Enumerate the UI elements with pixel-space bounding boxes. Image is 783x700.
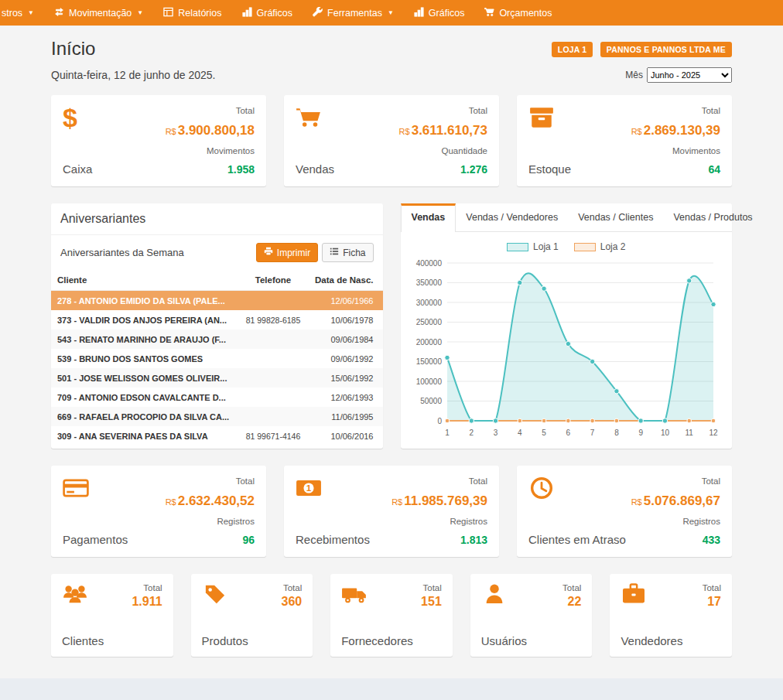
caret-down-icon: ▼ — [137, 9, 143, 16]
table-row[interactable]: 309 - ANA SEVERINA PAES DA SILVA 81 9967… — [51, 426, 383, 446]
phone-cell — [239, 349, 307, 368]
column-header-data: Data de Nasc. — [307, 270, 382, 291]
phone-cell — [239, 330, 307, 349]
card-title: Fornecedores — [341, 634, 442, 647]
total-value: 22 — [562, 595, 581, 609]
tab-vendas-vendedores[interactable]: Vendas / Vendedores — [456, 203, 568, 231]
total-label: Total — [392, 476, 487, 486]
secondary-value: 1.813 — [392, 534, 487, 546]
total-value: R$3.611.610,73 — [399, 123, 487, 138]
phone-cell — [239, 368, 307, 388]
nav-item-orcamentos[interactable]: Orçamentos — [474, 0, 562, 26]
total-value: R$2.869.130,39 — [631, 123, 720, 138]
total-value: 17 — [703, 595, 721, 609]
secondary-label: Registros — [392, 517, 487, 526]
nav-label: stros — [2, 8, 22, 19]
svg-text:4: 4 — [518, 429, 522, 437]
nav-item-movimentacao[interactable]: Movimentação ▼ — [44, 0, 153, 26]
fornecedores-card: Total 151 Fornecedores — [330, 574, 453, 657]
client-cell: 709 - ANTONIO EDSON CAVALCANTE D... — [51, 388, 239, 407]
exchange-icon — [54, 7, 64, 19]
secondary-label: Registros — [166, 517, 255, 526]
svg-text:7: 7 — [590, 429, 594, 437]
company-badge: PANNOS E PANNOS LTDA ME — [600, 42, 732, 57]
nav-label: Ferramentas — [327, 8, 382, 19]
nav-item-relatorios[interactable]: Relatórios — [153, 0, 231, 26]
card-title: Clientes — [62, 634, 162, 647]
tag-icon — [202, 583, 228, 609]
vendas-card: Vendas Total R$3.611.610,73 Quantidade 1… — [284, 95, 499, 186]
table-row[interactable]: 543 - RENATO MARINHO DE ARAUJO (F... 09/… — [51, 330, 383, 349]
birthdays-subtitle: Aniversariantes da Semana — [60, 247, 184, 258]
phone-cell: 81 99671-4146 — [239, 426, 307, 446]
nav-label: Gráficos — [257, 8, 293, 19]
report-icon — [163, 7, 173, 19]
secondary-label: Movimentos — [166, 146, 255, 155]
print-button[interactable]: Imprimir — [256, 243, 318, 262]
legend-swatch-loja1 — [507, 243, 528, 251]
bar-chart-icon — [242, 7, 252, 19]
content-wrapper: Início LOJA 1 PANNOS E PANNOS LTDA ME Qu… — [0, 26, 783, 678]
total-label: Total — [631, 106, 720, 115]
current-date: Quinta-feira, 12 de junho de 2025. — [51, 69, 216, 81]
svg-text:10: 10 — [660, 429, 669, 437]
store-badges: LOJA 1 PANNOS E PANNOS LTDA ME — [548, 42, 732, 56]
secondary-value: 433 — [631, 534, 720, 546]
tab-vendas-produtos[interactable]: Vendas / Produtos — [663, 203, 762, 231]
legend-loja1: Loja 1 — [507, 241, 559, 252]
secondary-value: 64 — [631, 163, 720, 176]
secondary-label: Movimentos — [631, 146, 720, 155]
tab-vendas-clientes[interactable]: Vendas / Clientes — [568, 203, 663, 231]
svg-text:12: 12 — [709, 429, 718, 437]
month-select[interactable]: Junho - 2025 — [647, 67, 732, 83]
dollar-icon: $ — [63, 106, 92, 130]
table-row[interactable]: 709 - ANTONIO EDSON CAVALCANTE D... 12/0… — [51, 388, 383, 407]
table-row[interactable]: 669 - RAFAELA PROCOPIO DA SILVA CA... 11… — [51, 407, 383, 426]
produtos-card: Total 360 Produtos — [191, 574, 313, 657]
archive-icon — [528, 106, 571, 132]
cart-icon — [484, 7, 494, 19]
total-label: Total — [166, 106, 255, 115]
pagamentos-card: Pagamentos Total R$2.632.430,52 Registro… — [51, 466, 266, 557]
cart-icon — [296, 106, 334, 132]
svg-text:3: 3 — [493, 429, 497, 437]
svg-text:8: 8 — [614, 429, 619, 437]
month-label: Mês — [625, 70, 643, 80]
svg-text:350000: 350000 — [415, 278, 442, 287]
secondary-value: 1.276 — [399, 163, 487, 176]
nav-item-cadastros[interactable]: stros ▼ — [0, 0, 44, 26]
birthdate-cell: 12/06/1966 — [307, 291, 382, 311]
bar-chart-icon — [414, 7, 424, 19]
nav-item-graficos[interactable]: Gráficos — [232, 0, 303, 26]
table-row[interactable]: 501 - JOSE WELISSON GOMES OLIVEIR... 15/… — [51, 368, 383, 388]
money-icon: 1 — [296, 476, 370, 503]
ficha-button[interactable]: Ficha — [322, 243, 373, 262]
sales-panel: Vendas Vendas / Vendedores Vendas / Clie… — [401, 203, 733, 449]
total-value: R$5.076.869,67 — [631, 493, 720, 509]
nav-item-ferramentas[interactable]: Ferramentas ▼ — [303, 0, 404, 26]
table-row[interactable]: 278 - ANTONIO EMIDIO DA SILVA (PALE... 1… — [51, 291, 383, 311]
birthdate-cell: 09/06/1992 — [307, 349, 382, 368]
card-title: Estoque — [528, 162, 571, 176]
client-cell: 539 - BRUNO DOS SANTOS GOMES — [51, 349, 239, 368]
nav-label: Relatórios — [178, 8, 221, 19]
svg-text:50000: 50000 — [420, 397, 442, 405]
caret-down-icon: ▼ — [28, 9, 34, 16]
vendedores-card: Total 17 Vendedores — [610, 574, 732, 657]
nav-item-graficos-2[interactable]: Gráficos — [404, 0, 475, 26]
clientes-card: Total 1.911 Clientes — [51, 574, 173, 657]
total-value: R$11.985.769,39 — [392, 493, 487, 509]
tab-vendas[interactable]: Vendas — [401, 203, 456, 232]
client-cell: 669 - RAFAELA PROCOPIO DA SILVA CA... — [51, 407, 239, 426]
table-row[interactable]: 373 - VALDIR DOS ANJOS PEREIRA (AN... 81… — [51, 310, 383, 330]
client-cell: 543 - RENATO MARINHO DE ARAUJO (F... — [51, 330, 239, 349]
total-label: Total — [562, 583, 581, 592]
table-row[interactable]: 539 - BRUNO DOS SANTOS GOMES 09/06/1992 — [51, 349, 383, 368]
printer-icon — [264, 247, 273, 258]
clock-icon — [528, 476, 626, 503]
card-title: Caixa — [63, 162, 92, 176]
secondary-value: 96 — [166, 534, 255, 546]
users-icon — [62, 583, 88, 609]
wrench-icon — [313, 7, 323, 19]
svg-text:200000: 200000 — [415, 338, 442, 347]
